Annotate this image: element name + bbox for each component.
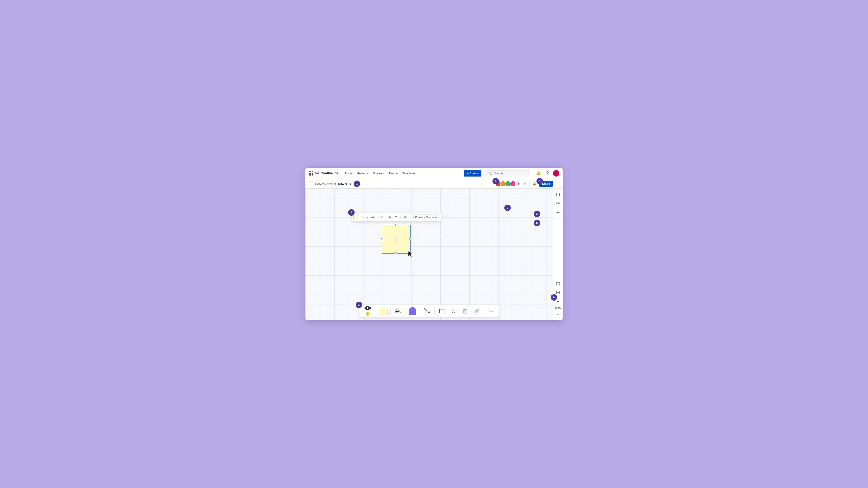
fit-to-screen-icon[interactable] (554, 280, 562, 287)
align-chevron: ▾ (397, 216, 398, 218)
bottom-toolbar-sep-3 (405, 307, 405, 315)
table-panel-icon[interactable] (554, 191, 562, 198)
text-format-dropdown[interactable]: Normal text ▾ (359, 215, 377, 220)
sticky-stack-icon (378, 307, 388, 316)
hand-icon: ✋ (365, 311, 370, 316)
lock-icon[interactable]: 🔒 (532, 181, 537, 186)
play-icon (365, 306, 371, 310)
link-tool[interactable]: 🔗 (472, 306, 482, 316)
zoom-in-icon[interactable] (554, 298, 562, 305)
emoji-button[interactable]: ☺ (402, 214, 407, 220)
more-tools-icon: ··· (489, 309, 494, 314)
text-tool-icon: Aa (395, 308, 401, 314)
user-avatar[interactable] (553, 170, 559, 176)
page-title: New retro (338, 182, 351, 185)
rectangle-tool-icon (439, 309, 444, 313)
notifications-icon[interactable]: 🔔 (535, 170, 542, 176)
step-badge-1: 1 (353, 181, 360, 187)
svg-rect-7 (557, 291, 559, 294)
nav-recent[interactable]: Recent ▾ (355, 170, 370, 176)
text-format-chevron: ▾ (375, 216, 376, 218)
text-cursor (396, 236, 396, 242)
timer-panel-icon[interactable] (554, 200, 562, 207)
list-chevron: ▾ (390, 216, 391, 218)
line-body (424, 308, 429, 312)
line-tool[interactable] (422, 306, 432, 316)
bold-button[interactable]: B ▾ (380, 214, 385, 220)
bottom-toolbar-sep-1 (376, 307, 376, 315)
line-tool-icon (423, 307, 432, 316)
more-options-button[interactable]: ··· (555, 181, 559, 186)
bottom-toolbar-sep-5 (434, 307, 435, 315)
zoom-fit-icon[interactable] (554, 289, 562, 296)
step-badge-8: 8 (534, 220, 540, 226)
zoom-percentage: 100% (555, 307, 561, 309)
nav-people[interactable]: People (387, 170, 400, 176)
step-badge-7: 7 (504, 205, 511, 211)
color-swatch[interactable] (353, 215, 358, 219)
right-panel: 9 100% (553, 189, 563, 320)
list-button[interactable]: ≡ ▾ (387, 214, 393, 220)
stamp-icon: 📋 (463, 308, 468, 314)
nav-home[interactable]: Home (343, 170, 354, 176)
spaces-chevron: ▾ (383, 172, 384, 174)
resize-handle-top[interactable] (395, 224, 397, 226)
sparkle-panel-icon[interactable] (554, 209, 562, 216)
confluence-logo[interactable]: Confluence (315, 171, 338, 176)
lasso-tool[interactable]: ◎ (448, 306, 459, 316)
toggle-sidebar-button[interactable]: › (309, 181, 313, 186)
resize-handle-left[interactable] (381, 238, 383, 240)
floating-toolbar: 4 Normal text ▾ B ▾ ≡ ▾ ⁼ ▾ (352, 213, 441, 222)
lasso-icon: ◎ (452, 308, 456, 314)
sticky-front (379, 307, 387, 315)
canvas[interactable]: 7 2 8 4 Normal text ▾ B ▾ ≡ (305, 189, 553, 320)
nav-actions: 🔔 ❓ (535, 170, 559, 176)
bottom-toolbar: 3 ✋ (359, 305, 499, 317)
play-triangle (367, 307, 369, 310)
toolbar-sep-1 (378, 215, 379, 220)
apps-icon[interactable] (309, 171, 313, 175)
search-icon: 🔍 (489, 172, 492, 175)
panel-bottom: 9 100% (554, 280, 562, 318)
zoom-out-icon[interactable] (554, 311, 562, 318)
resize-handle-right[interactable] (409, 238, 411, 240)
search-bar[interactable]: 🔍 Search (486, 170, 530, 176)
bold-chevron: ▾ (383, 216, 384, 218)
recent-chevron: ▾ (367, 172, 368, 174)
align-button[interactable]: ⁼ ▾ (394, 214, 399, 220)
svg-rect-8 (557, 292, 559, 293)
help-icon[interactable]: ❓ (544, 170, 551, 176)
subbar-actions: 6 +3 ☆ (495, 181, 559, 187)
shape-tool[interactable] (407, 306, 418, 316)
bottom-toolbar-sep-6 (484, 307, 484, 315)
resize-handle-bottom[interactable] (395, 252, 397, 255)
search-placeholder: Search (494, 172, 503, 175)
star-button[interactable]: ☆ (523, 181, 527, 187)
share-button[interactable]: Share (539, 181, 553, 187)
divider (529, 181, 530, 187)
extra-collaborators-count: +3 (515, 181, 521, 187)
nav-spaces[interactable]: Spaces ▾ (371, 170, 386, 176)
page-subbar: › Banc.ly Marketing New retro 1 6 (305, 179, 563, 189)
create-button[interactable]: + Create (464, 170, 482, 176)
create-jira-button[interactable]: + Create a Jira issue (410, 215, 439, 220)
rectangle-tool[interactable] (437, 306, 447, 316)
step-badge-2: 2 (534, 211, 540, 217)
play-mode-button[interactable]: ✋ (362, 306, 374, 316)
sticky-notes-tool[interactable] (378, 306, 389, 316)
right-panel-divider (555, 218, 561, 219)
shape-semi-icon (409, 307, 416, 315)
link-icon: 🔗 (474, 308, 479, 314)
step-badge-3: 3 (355, 302, 362, 308)
top-navigation: Confluence Home Recent ▾ Spaces ▾ People… (305, 168, 563, 179)
text-tool[interactable]: Aa (393, 306, 403, 316)
sticky-note[interactable] (382, 225, 411, 254)
main-area: 7 2 8 4 Normal text ▾ B ▾ ≡ (305, 189, 563, 320)
more-tools-button[interactable]: ··· (486, 306, 497, 316)
stamp-tool[interactable]: 📋 (460, 306, 470, 316)
breadcrumb: Banc.ly Marketing (315, 182, 336, 185)
toolbar-sep-2 (400, 215, 401, 220)
nav-templates[interactable]: Templates (400, 170, 417, 176)
collaborator-avatars: +3 (495, 181, 521, 187)
main-window: Confluence Home Recent ▾ Spaces ▾ People… (305, 168, 563, 320)
